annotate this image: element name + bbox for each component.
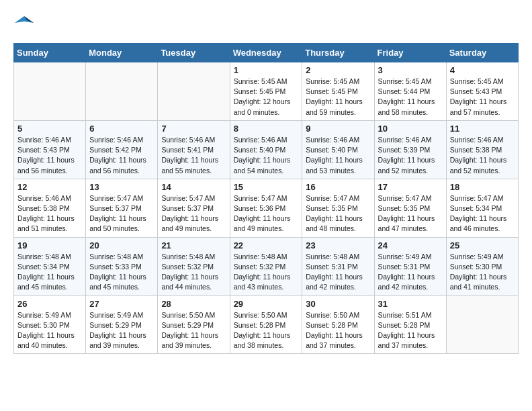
svg-marker-0 xyxy=(15,16,34,23)
day-number: 17 xyxy=(378,182,443,192)
calendar-cell: 15Sunrise: 5:47 AM Sunset: 5:36 PM Dayli… xyxy=(230,179,302,237)
day-info: Sunrise: 5:47 AM Sunset: 5:35 PM Dayligh… xyxy=(306,193,370,234)
calendar-cell xyxy=(158,62,230,121)
calendar-cell: 31Sunrise: 5:51 AM Sunset: 5:28 PM Dayli… xyxy=(374,295,446,354)
day-number: 13 xyxy=(89,182,154,192)
calendar-header-friday: Friday xyxy=(374,44,446,62)
day-info: Sunrise: 5:48 AM Sunset: 5:31 PM Dayligh… xyxy=(306,252,370,293)
day-number: 5 xyxy=(17,124,82,134)
calendar-cell xyxy=(14,62,86,121)
calendar-cell: 1Sunrise: 5:45 AM Sunset: 5:45 PM Daylig… xyxy=(230,62,302,121)
calendar-cell: 3Sunrise: 5:45 AM Sunset: 5:44 PM Daylig… xyxy=(374,62,446,121)
day-info: Sunrise: 5:51 AM Sunset: 5:28 PM Dayligh… xyxy=(378,310,443,351)
calendar-cell: 30Sunrise: 5:50 AM Sunset: 5:28 PM Dayli… xyxy=(302,295,374,354)
day-number: 10 xyxy=(378,124,443,134)
calendar-cell: 26Sunrise: 5:49 AM Sunset: 5:30 PM Dayli… xyxy=(14,295,86,354)
day-number: 27 xyxy=(89,299,154,309)
calendar-header-monday: Monday xyxy=(86,44,158,62)
day-number: 15 xyxy=(234,182,299,192)
day-number: 12 xyxy=(17,182,82,192)
day-info: Sunrise: 5:47 AM Sunset: 5:35 PM Dayligh… xyxy=(378,193,443,234)
day-info: Sunrise: 5:45 AM Sunset: 5:44 PM Dayligh… xyxy=(378,77,443,118)
logo xyxy=(13,13,34,32)
day-info: Sunrise: 5:48 AM Sunset: 5:33 PM Dayligh… xyxy=(89,252,154,293)
calendar-header-saturday: Saturday xyxy=(446,44,518,62)
day-number: 31 xyxy=(378,299,443,309)
day-number: 26 xyxy=(17,299,82,309)
day-number: 25 xyxy=(450,240,515,250)
calendar-cell: 10Sunrise: 5:46 AM Sunset: 5:39 PM Dayli… xyxy=(374,120,446,179)
day-number: 9 xyxy=(306,124,370,134)
day-info: Sunrise: 5:47 AM Sunset: 5:37 PM Dayligh… xyxy=(161,193,226,234)
calendar-cell: 11Sunrise: 5:46 AM Sunset: 5:38 PM Dayli… xyxy=(446,120,518,179)
day-info: Sunrise: 5:49 AM Sunset: 5:29 PM Dayligh… xyxy=(89,310,154,351)
day-number: 20 xyxy=(89,240,154,250)
calendar-cell: 22Sunrise: 5:48 AM Sunset: 5:32 PM Dayli… xyxy=(230,237,302,295)
calendar-cell: 5Sunrise: 5:46 AM Sunset: 5:43 PM Daylig… xyxy=(14,120,86,179)
day-info: Sunrise: 5:45 AM Sunset: 5:45 PM Dayligh… xyxy=(234,77,299,118)
calendar-header-thursday: Thursday xyxy=(302,44,374,62)
day-number: 2 xyxy=(306,65,370,75)
day-info: Sunrise: 5:50 AM Sunset: 5:28 PM Dayligh… xyxy=(234,310,299,351)
day-info: Sunrise: 5:47 AM Sunset: 5:37 PM Dayligh… xyxy=(89,193,154,234)
day-number: 3 xyxy=(378,65,443,75)
calendar-cell: 16Sunrise: 5:47 AM Sunset: 5:35 PM Dayli… xyxy=(302,179,374,237)
calendar-cell: 8Sunrise: 5:46 AM Sunset: 5:40 PM Daylig… xyxy=(230,120,302,179)
calendar-cell xyxy=(446,295,518,354)
day-number: 18 xyxy=(450,182,515,192)
calendar-week-row: 12Sunrise: 5:46 AM Sunset: 5:38 PM Dayli… xyxy=(14,179,519,237)
day-number: 21 xyxy=(161,240,226,250)
calendar-cell: 2Sunrise: 5:45 AM Sunset: 5:45 PM Daylig… xyxy=(302,62,374,121)
calendar-header-wednesday: Wednesday xyxy=(230,44,302,62)
day-info: Sunrise: 5:46 AM Sunset: 5:38 PM Dayligh… xyxy=(450,135,515,176)
page-header xyxy=(13,13,519,32)
day-info: Sunrise: 5:46 AM Sunset: 5:41 PM Dayligh… xyxy=(161,135,226,176)
logo-bird-icon xyxy=(15,13,34,32)
calendar-week-row: 5Sunrise: 5:46 AM Sunset: 5:43 PM Daylig… xyxy=(14,120,519,179)
day-info: Sunrise: 5:48 AM Sunset: 5:32 PM Dayligh… xyxy=(234,252,299,293)
calendar-week-row: 19Sunrise: 5:48 AM Sunset: 5:34 PM Dayli… xyxy=(14,237,519,295)
day-info: Sunrise: 5:48 AM Sunset: 5:32 PM Dayligh… xyxy=(161,252,226,293)
day-info: Sunrise: 5:46 AM Sunset: 5:42 PM Dayligh… xyxy=(89,135,154,176)
day-number: 11 xyxy=(450,124,515,134)
day-number: 14 xyxy=(161,182,226,192)
calendar-cell: 27Sunrise: 5:49 AM Sunset: 5:29 PM Dayli… xyxy=(86,295,158,354)
day-info: Sunrise: 5:47 AM Sunset: 5:36 PM Dayligh… xyxy=(234,193,299,234)
calendar-cell: 23Sunrise: 5:48 AM Sunset: 5:31 PM Dayli… xyxy=(302,237,374,295)
day-number: 19 xyxy=(17,240,82,250)
day-info: Sunrise: 5:45 AM Sunset: 5:45 PM Dayligh… xyxy=(306,77,370,118)
calendar-cell: 28Sunrise: 5:50 AM Sunset: 5:29 PM Dayli… xyxy=(158,295,230,354)
day-info: Sunrise: 5:50 AM Sunset: 5:28 PM Dayligh… xyxy=(306,310,370,351)
calendar-cell xyxy=(86,62,158,121)
calendar-cell: 17Sunrise: 5:47 AM Sunset: 5:35 PM Dayli… xyxy=(374,179,446,237)
day-info: Sunrise: 5:50 AM Sunset: 5:29 PM Dayligh… xyxy=(161,310,226,351)
calendar-table: SundayMondayTuesdayWednesdayThursdayFrid… xyxy=(13,43,519,354)
calendar-cell: 7Sunrise: 5:46 AM Sunset: 5:41 PM Daylig… xyxy=(158,120,230,179)
day-number: 24 xyxy=(378,240,443,250)
day-number: 30 xyxy=(306,299,370,309)
calendar-week-row: 1Sunrise: 5:45 AM Sunset: 5:45 PM Daylig… xyxy=(14,62,519,121)
calendar-cell: 24Sunrise: 5:49 AM Sunset: 5:31 PM Dayli… xyxy=(374,237,446,295)
day-info: Sunrise: 5:46 AM Sunset: 5:40 PM Dayligh… xyxy=(306,135,370,176)
calendar-cell: 25Sunrise: 5:49 AM Sunset: 5:30 PM Dayli… xyxy=(446,237,518,295)
day-number: 29 xyxy=(234,299,299,309)
calendar-header-row: SundayMondayTuesdayWednesdayThursdayFrid… xyxy=(14,44,519,62)
calendar-cell: 20Sunrise: 5:48 AM Sunset: 5:33 PM Dayli… xyxy=(86,237,158,295)
day-number: 22 xyxy=(234,240,299,250)
day-info: Sunrise: 5:49 AM Sunset: 5:30 PM Dayligh… xyxy=(17,310,82,351)
calendar-cell: 18Sunrise: 5:47 AM Sunset: 5:34 PM Dayli… xyxy=(446,179,518,237)
day-number: 16 xyxy=(306,182,370,192)
calendar-cell: 4Sunrise: 5:45 AM Sunset: 5:43 PM Daylig… xyxy=(446,62,518,121)
day-number: 4 xyxy=(450,65,515,75)
day-number: 28 xyxy=(161,299,226,309)
calendar-cell: 6Sunrise: 5:46 AM Sunset: 5:42 PM Daylig… xyxy=(86,120,158,179)
day-info: Sunrise: 5:49 AM Sunset: 5:31 PM Dayligh… xyxy=(378,252,443,293)
day-info: Sunrise: 5:48 AM Sunset: 5:34 PM Dayligh… xyxy=(17,252,82,293)
day-number: 23 xyxy=(306,240,370,250)
day-info: Sunrise: 5:46 AM Sunset: 5:38 PM Dayligh… xyxy=(17,193,82,234)
day-info: Sunrise: 5:47 AM Sunset: 5:34 PM Dayligh… xyxy=(450,193,515,234)
day-number: 7 xyxy=(161,124,226,134)
calendar-week-row: 26Sunrise: 5:49 AM Sunset: 5:30 PM Dayli… xyxy=(14,295,519,354)
day-number: 1 xyxy=(234,65,299,75)
day-info: Sunrise: 5:46 AM Sunset: 5:43 PM Dayligh… xyxy=(17,135,82,176)
